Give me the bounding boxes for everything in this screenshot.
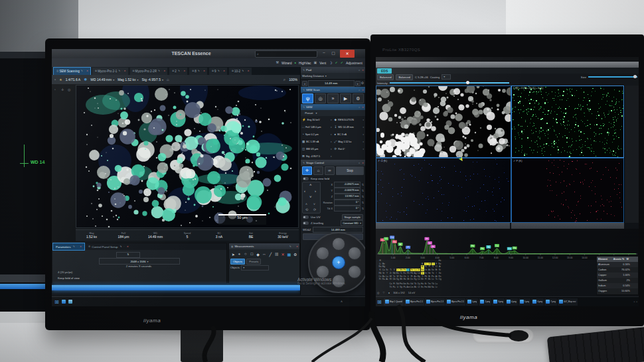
- taskbar-item[interactable]: Mycro-Pro 2-5.png: [445, 298, 465, 306]
- speed-field[interactable]: 5: [116, 252, 140, 258]
- taskbar-item[interactable]: 6.png: [531, 298, 544, 306]
- element-cell[interactable]: Fm: [424, 286, 428, 288]
- element-cell[interactable]: Am: [406, 286, 410, 288]
- zoom-level[interactable]: 100%: [289, 78, 297, 82]
- arrow-down-button[interactable]: ˅: [309, 195, 312, 199]
- scan-settings-button[interactable]: ⚙: [353, 93, 364, 103]
- sem-param[interactable]: ⊠Stg -4.95/7.5▾: [301, 152, 333, 160]
- taskbar-app-icon[interactable]: [68, 300, 72, 304]
- stage-sample-button[interactable]: Stage sample: [342, 214, 363, 220]
- element-cell[interactable]: Nh: [421, 278, 424, 280]
- keep-fov-option[interactable]: Keep field of view: [58, 276, 80, 280]
- quant-header-cell[interactable]: Atomic %: [612, 258, 625, 261]
- highvac-button[interactable]: HighVac: [299, 61, 311, 65]
- stepper-icon[interactable]: ⇅: [362, 183, 364, 186]
- wheel-button-n[interactable]: [332, 237, 345, 251]
- keep-view-field-toggle[interactable]: [303, 177, 309, 180]
- element-cell[interactable]: Fr: [378, 278, 382, 280]
- measure-tool-icon[interactable]: ╱: [268, 252, 273, 257]
- working-distance-value[interactable]: 14.49 mm: [308, 80, 355, 87]
- tab-parameters[interactable]: Parameters ✎ ▫ ✕: [52, 243, 85, 251]
- tray-icon[interactable]: ▫: [636, 300, 637, 304]
- quant-header-cell[interactable]: W: [625, 258, 638, 261]
- intensity-slider-handle[interactable]: [466, 81, 469, 84]
- preset-dropdown[interactable]: ▫ Preset: [301, 110, 365, 116]
- quadrant-oxygen-map[interactable]: ✓ O (K) ➤: [376, 158, 511, 223]
- close-icon[interactable]: ✕: [223, 70, 225, 72]
- quant-results-table[interactable]: ElementAtomic %WAluminum0.16%Carbon76.02…: [596, 256, 639, 295]
- element-cell[interactable]: Bk: [414, 286, 417, 288]
- element-cell[interactable]: Cf: [417, 286, 420, 288]
- search-box[interactable]: ⌕: [255, 50, 317, 58]
- sem-param[interactable]: ◫BM 0/5 μm▾: [301, 145, 333, 152]
- rotate-ccw-button[interactable]: ⟲: [305, 208, 308, 211]
- close-icon[interactable]: ✕: [362, 162, 364, 164]
- element-cell[interactable]: Sg: [396, 278, 400, 280]
- stage-arrow-pad[interactable]: ˄ ‹ › ˅ ˄ ˅ ⟲ ⟳: [302, 182, 321, 213]
- stage-dropdown[interactable]: Stg -4.95/7.5: [141, 78, 163, 82]
- field-value[interactable]: 13.9817 mm: [334, 194, 361, 200]
- close-icon[interactable]: ✕: [247, 70, 249, 72]
- field-value[interactable]: -0.00678 mm: [334, 188, 361, 194]
- element-cell[interactable]: Rf: [389, 278, 392, 280]
- stop-button[interactable]: Stop: [336, 166, 364, 175]
- maximize-button[interactable]: ▢: [329, 50, 337, 57]
- field-value[interactable]: -0.09675 mm: [334, 182, 361, 188]
- layout-icon[interactable]: ▫: [54, 78, 56, 82]
- arrow-left-button[interactable]: ‹: [304, 189, 305, 193]
- wd-dropdown[interactable]: WD 14.49 mm: [90, 78, 114, 82]
- element-cell[interactable]: Hs: [403, 278, 406, 280]
- element-cell[interactable]: Cm: [410, 286, 414, 288]
- size-slider-handle[interactable]: [633, 75, 637, 78]
- z-levelling-toggle[interactable]: [303, 221, 309, 225]
- periodic-table[interactable]: HHeLiBeBCNOFNeNaMgAlSiPSClArKCaScTiVCrMn…: [378, 259, 445, 291]
- element-cell[interactable]: Fl: [424, 278, 428, 280]
- document-tab[interactable]: ⊠10-2✎▫✕: [228, 67, 252, 76]
- tab-presets[interactable]: Presets: [246, 259, 261, 265]
- wheel-button-s[interactable]: [332, 274, 345, 288]
- sem-param[interactable]: ●BC 3 nA▾: [333, 131, 366, 138]
- stepper-icon[interactable]: ⇅: [362, 201, 364, 204]
- quadrant-electron-image[interactable]: [376, 86, 511, 158]
- document-tab[interactable]: ⊠9✎▫✕: [208, 67, 228, 76]
- taskbar-item[interactable]: 4.png: [505, 298, 518, 306]
- play-button[interactable]: ▶: [340, 93, 351, 103]
- taskbar-item[interactable]: 2.png: [479, 298, 491, 306]
- tray-icon[interactable]: ▫: [633, 300, 635, 304]
- stepper-icon[interactable]: ⇅: [362, 207, 364, 210]
- element-cell[interactable]: Ra: [382, 278, 385, 280]
- tool-icon[interactable]: ▫: [54, 88, 56, 91]
- measure-tool-icon[interactable]: ○: [243, 252, 248, 256]
- sem-param[interactable]: ⛶FoV 148.0 μm▾: [301, 123, 333, 131]
- tool-icon[interactable]: ◎: [68, 88, 70, 91]
- use-uv-toggle[interactable]: [303, 215, 309, 219]
- close-icon[interactable]: ✕: [183, 70, 185, 72]
- arrow-right-button[interactable]: ›: [315, 189, 316, 193]
- element-cell[interactable]: Np: [400, 286, 403, 288]
- wheel-button-sw[interactable]: [316, 265, 329, 278]
- measure-tool-icon[interactable]: |||: [274, 252, 280, 256]
- sem-param[interactable]: ⟳Rot 0°▾: [333, 145, 366, 152]
- tab-objects[interactable]: Objects: [230, 259, 245, 265]
- element-cell[interactable]: No: [432, 286, 435, 288]
- stage-home-button[interactable]: ⌂: [313, 166, 323, 175]
- stage-navigation-wheel[interactable]: +: [308, 232, 365, 293]
- snapshot-icon[interactable]: ⎙: [377, 291, 379, 294]
- start-button[interactable]: ⊞: [377, 299, 382, 305]
- wheel-button-nw[interactable]: [316, 247, 329, 260]
- taskbar-item[interactable]: Mycro-Pro 2-3.png: [425, 298, 445, 306]
- tool-icon[interactable]: ✛: [61, 88, 64, 91]
- balanced-button[interactable]: Balanced: [396, 74, 412, 80]
- quant-header-cell[interactable]: Element: [597, 258, 612, 261]
- close-icon[interactable]: ✕: [127, 245, 129, 248]
- wheel-center-button[interactable]: +: [332, 256, 345, 269]
- quant-row[interactable]: Aluminum0.16%: [597, 262, 638, 267]
- quant-row[interactable]: Indium0.54%: [597, 283, 638, 288]
- element-cell[interactable]: Db: [392, 278, 396, 280]
- degauss-button[interactable]: ψ: [302, 93, 313, 103]
- intensity-slider[interactable]: [390, 82, 509, 84]
- stepper-icon[interactable]: ⇅: [362, 195, 364, 198]
- taskbar-item[interactable]: Map 1 Quantify analysis: [384, 298, 404, 306]
- wizard-button[interactable]: Wizard: [282, 61, 292, 65]
- decrement-button[interactable]: ‹: [302, 81, 307, 86]
